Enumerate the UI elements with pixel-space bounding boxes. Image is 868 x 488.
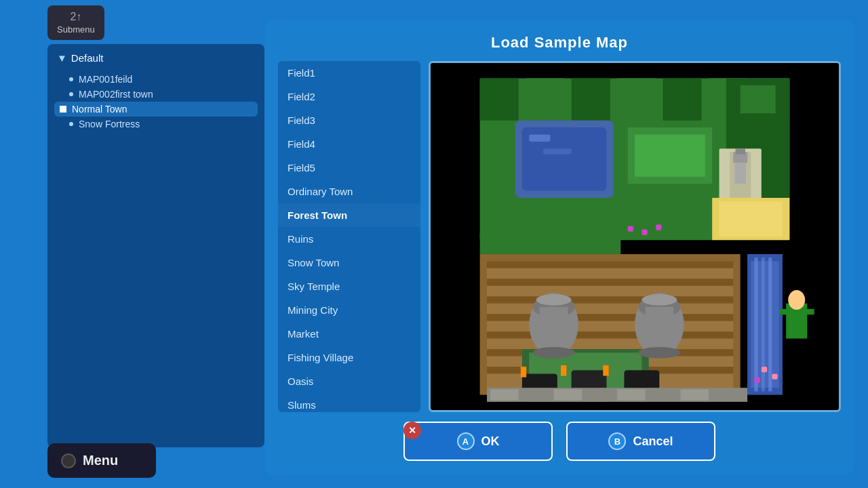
svg-point-63: [788, 290, 805, 310]
svg-rect-77: [712, 389, 741, 401]
collapse-arrow: ▼: [57, 52, 67, 64]
svg-rect-32: [487, 261, 733, 268]
map-list-item[interactable]: Market: [278, 322, 420, 346]
map-list-item[interactable]: Field2: [278, 85, 420, 108]
svg-rect-49: [646, 307, 674, 331]
svg-point-45: [533, 347, 575, 359]
map-list-container: Field1Field2Field3Field4Field5Ordinary T…: [278, 61, 420, 412]
svg-rect-64: [779, 309, 787, 314]
svg-rect-15: [635, 135, 705, 177]
map-list-item[interactable]: Oasis: [278, 369, 420, 393]
svg-rect-6: [617, 78, 656, 120]
svg-rect-28: [642, 230, 647, 235]
close-x-button[interactable]: ✕: [403, 422, 421, 439]
sidebar-item-snow-fortress[interactable]: Snow Fortress: [54, 117, 258, 131]
sidebar-title: Default: [71, 52, 104, 64]
svg-point-48: [642, 294, 677, 306]
sidebar-item-map001[interactable]: MAP001feild: [54, 72, 258, 87]
svg-rect-18: [744, 113, 772, 142]
ok-badge: A: [457, 432, 475, 450]
svg-rect-25: [719, 201, 783, 237]
svg-rect-17: [741, 85, 776, 114]
svg-rect-65: [806, 309, 814, 314]
svg-rect-5: [572, 78, 610, 120]
svg-rect-73: [585, 389, 614, 401]
map-list-item[interactable]: Ruins: [278, 227, 420, 251]
map-list-item[interactable]: Ordinary Town: [278, 180, 420, 203]
svg-rect-33: [487, 279, 733, 285]
svg-rect-44: [540, 307, 568, 331]
svg-rect-34: [487, 296, 733, 303]
svg-rect-76: [680, 389, 709, 401]
map-list-item[interactable]: Slums: [278, 393, 420, 412]
svg-rect-55: [603, 365, 608, 376]
submenu-button[interactable]: 2↑ Submenu: [47, 5, 104, 40]
svg-rect-29: [656, 224, 661, 230]
sidebar-item-label: Snow Fortress: [79, 119, 140, 129]
cancel-label: Cancel: [633, 434, 673, 449]
menu-button[interactable]: Menu: [47, 443, 156, 478]
svg-rect-66: [762, 367, 767, 372]
map-list-item[interactable]: Fishing Village: [278, 346, 420, 369]
svg-rect-71: [522, 389, 551, 401]
svg-rect-67: [772, 373, 777, 379]
dialog-buttons: A OK B Cancel: [278, 422, 841, 461]
dot-icon: [69, 122, 73, 126]
svg-rect-68: [754, 378, 760, 383]
dot-icon: [69, 77, 73, 81]
map-list-item[interactable]: Sky Temple: [278, 274, 420, 298]
sidebar-item-label: Normal Town: [72, 104, 127, 115]
dot-icon: [69, 92, 73, 96]
submenu-label: Submenu: [57, 24, 95, 35]
svg-rect-53: [521, 367, 526, 378]
sidebar-item-label: MAP001feild: [79, 74, 132, 85]
sidebar-item-normal-town[interactable]: Normal Town: [54, 102, 258, 117]
svg-rect-72: [554, 389, 583, 401]
svg-rect-23: [735, 148, 745, 154]
svg-point-50: [638, 347, 680, 359]
svg-rect-59: [754, 258, 757, 391]
submenu-icon: 2↑: [70, 11, 81, 23]
map-list[interactable]: Field1Field2Field3Field4Field5Ordinary T…: [278, 61, 420, 412]
svg-rect-61: [768, 258, 772, 391]
map-list-item[interactable]: Snow Town: [278, 251, 420, 274]
dialog-body: Field1Field2Field3Field4Field5Ordinary T…: [278, 61, 841, 412]
cancel-badge: B: [608, 432, 626, 450]
map-list-item[interactable]: Field1: [278, 61, 420, 85]
dialog-title: Load Sample Map: [278, 34, 841, 52]
cancel-button[interactable]: B Cancel: [566, 422, 715, 461]
svg-rect-26: [480, 233, 621, 254]
svg-rect-35: [487, 314, 733, 321]
load-sample-map-dialog: Load Sample Map Field1Field2Field3Field4…: [264, 20, 854, 474]
svg-rect-13: [543, 148, 572, 154]
map-list-item[interactable]: Forest Town: [278, 203, 420, 227]
svg-rect-7: [663, 78, 702, 120]
sidebar-item-map002[interactable]: MAP002first town: [54, 87, 258, 102]
map-list-item[interactable]: Mining City: [278, 298, 420, 322]
sidebar: ▼ Default MAP001feild MAP002first town N…: [47, 44, 264, 447]
svg-rect-54: [561, 365, 566, 376]
svg-rect-74: [617, 389, 646, 401]
map-list-item[interactable]: Field5: [278, 156, 420, 180]
sidebar-header: ▼ Default: [54, 52, 258, 64]
menu-label: Menu: [83, 453, 118, 468]
square-icon: [60, 106, 66, 113]
sidebar-item-label: MAP002first town: [79, 89, 153, 100]
map-list-item[interactable]: Field4: [278, 132, 420, 156]
map-preview-svg: [431, 63, 839, 410]
svg-rect-3: [480, 78, 519, 120]
map-preview: [429, 61, 841, 412]
svg-rect-70: [490, 389, 519, 401]
map-list-item[interactable]: Field3: [278, 108, 420, 132]
svg-rect-4: [526, 78, 564, 120]
svg-point-43: [536, 294, 572, 306]
svg-rect-75: [649, 389, 677, 401]
svg-rect-12: [529, 135, 550, 142]
svg-rect-36: [487, 331, 733, 338]
ok-button[interactable]: A OK: [403, 422, 553, 461]
ok-label: OK: [481, 434, 500, 449]
menu-circle-icon: [61, 453, 76, 468]
svg-rect-27: [628, 226, 633, 231]
